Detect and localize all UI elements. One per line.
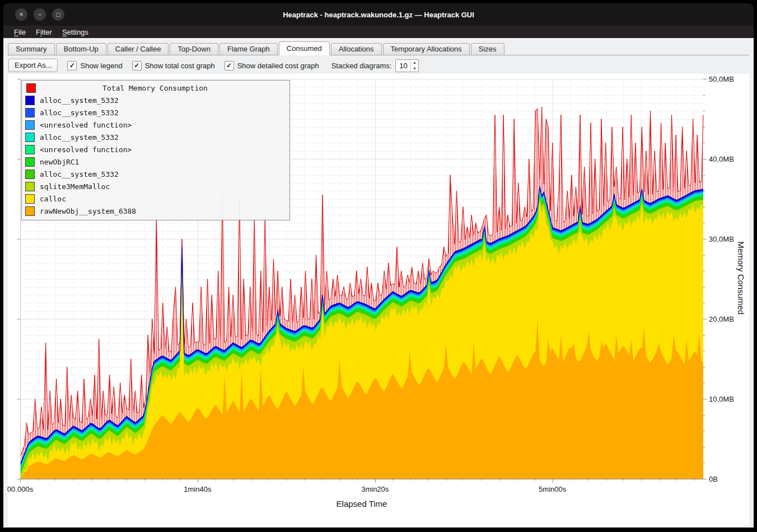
- legend-item: rawNewObj__system_6388: [24, 205, 286, 217]
- x-tick-label: 5min00s: [539, 485, 566, 493]
- y-tick-label: 20,0MB: [709, 315, 734, 323]
- legend-item-label: alloc__system_5332: [40, 96, 119, 105]
- tab-consumed[interactable]: Consumed: [279, 41, 330, 55]
- y-tick-label: 50,0MB: [709, 75, 734, 83]
- show-legend-checkbox[interactable]: ✓ Show legend: [67, 61, 122, 70]
- legend-item-label: <unresolved function>: [40, 121, 132, 129]
- legend-item-label: sqlite3MemMalloc: [40, 182, 110, 191]
- legend-swatch: [25, 120, 35, 130]
- legend-item-label: rawNewObj__system_6388: [40, 207, 136, 215]
- legend-item-label: alloc__system_5332: [40, 170, 119, 178]
- legend-swatch: [25, 194, 35, 204]
- stacked-diagrams-value[interactable]: 10: [396, 62, 410, 70]
- legend-item: <unresolved function>: [24, 119, 286, 131]
- show-total-cost-label: Show total cost graph: [145, 62, 215, 70]
- x-tick-label: 00.000s: [7, 485, 33, 493]
- chart-area: Total Memory Consumption alloc__system_5…: [8, 74, 749, 526]
- legend-title: Total Memory Consumption: [24, 84, 286, 92]
- menu-settings[interactable]: Settings: [57, 27, 94, 37]
- window-controls: × − □: [9, 3, 64, 26]
- legend-swatch: [25, 206, 35, 216]
- legend-item: alloc__system_5332: [24, 131, 286, 143]
- chart-toolbar: Export As... ✓ Show legend ✓ Show total …: [8, 58, 749, 73]
- legend-item: calloc: [24, 192, 286, 205]
- legend-item: alloc__system_5332: [24, 168, 286, 180]
- tab-temporary-allocations[interactable]: Temporary Allocations: [383, 43, 470, 55]
- x-tick-label: 3min20s: [361, 485, 389, 493]
- heaptrack-window: × − □ Heaptrack - heaptrack.wakunode.1.g…: [0, 0, 757, 532]
- legend-swatch: [25, 145, 35, 154]
- y-tick-label: 0B: [709, 475, 718, 483]
- y-tick-label: 30,0MB: [709, 235, 734, 243]
- export-as-button[interactable]: Export As...: [8, 59, 58, 72]
- menu-file[interactable]: File: [9, 27, 31, 37]
- show-detailed-cost-checkbox[interactable]: ✓ Show detailed cost graph: [225, 61, 319, 70]
- legend-swatch: [25, 108, 35, 117]
- legend-header: Total Memory Consumption: [24, 82, 286, 94]
- checkbox-check-icon[interactable]: ✓: [225, 61, 234, 70]
- legend-item-label: <unresolved function>: [40, 145, 132, 154]
- menu-filter[interactable]: Filter: [31, 27, 57, 37]
- legend-swatch: [25, 96, 35, 105]
- main-content: Summary Bottom-Up Caller / Callee Top-Do…: [3, 38, 754, 528]
- tab-top-down[interactable]: Top-Down: [170, 43, 218, 55]
- legend-item: alloc__system_5332: [24, 106, 286, 119]
- tab-bottom-up[interactable]: Bottom-Up: [56, 43, 106, 55]
- tab-allocations[interactable]: Allocations: [331, 43, 382, 55]
- checkbox-check-icon[interactable]: ✓: [132, 61, 142, 70]
- legend-swatch: [25, 170, 35, 179]
- legend-item: alloc__system_5332: [24, 94, 286, 106]
- y-axis-title: Memory Consumed: [736, 242, 746, 315]
- show-legend-label: Show legend: [80, 62, 122, 70]
- stepper-down-icon[interactable]: ▼: [410, 65, 418, 72]
- legend-item: newObjRC1: [24, 156, 286, 168]
- titlebar: × − □ Heaptrack - heaptrack.wakunode.1.g…: [3, 3, 754, 26]
- tab-caller-callee[interactable]: Caller / Callee: [108, 43, 169, 55]
- stepper-buttons: ▲ ▼: [410, 60, 418, 72]
- checkbox-check-icon[interactable]: ✓: [67, 61, 77, 70]
- menubar: File Filter Settings: [3, 26, 754, 38]
- show-detailed-cost-label: Show detailed cost graph: [237, 62, 319, 70]
- tab-flame-graph[interactable]: Flame Graph: [219, 43, 278, 55]
- legend-swatch: [25, 133, 35, 142]
- stacked-diagrams-label: Stacked diagrams:: [331, 62, 392, 70]
- tab-bar: Summary Bottom-Up Caller / Callee Top-Do…: [8, 40, 749, 55]
- y-tick-label: 40,0MB: [709, 155, 734, 163]
- x-axis-title: Elapsed Time: [20, 499, 703, 509]
- legend-item: sqlite3MemMalloc: [24, 180, 286, 192]
- show-total-cost-checkbox[interactable]: ✓ Show total cost graph: [132, 61, 215, 70]
- legend-item-label: alloc__system_5332: [40, 133, 119, 142]
- tab-sizes[interactable]: Sizes: [471, 43, 504, 55]
- window-title: Heaptrack - heaptrack.wakunode.1.gz — He…: [71, 3, 686, 26]
- tab-summary[interactable]: Summary: [8, 43, 55, 55]
- legend-swatch: [25, 157, 35, 167]
- y-tick-label: 10,0MB: [709, 395, 734, 403]
- stacked-diagrams-stepper[interactable]: 10 ▲ ▼: [395, 59, 419, 72]
- chart-legend: Total Memory Consumption alloc__system_5…: [21, 80, 290, 220]
- stepper-up-icon[interactable]: ▲: [410, 60, 418, 66]
- legend-item-label: newObjRC1: [40, 158, 79, 166]
- minimize-icon[interactable]: −: [34, 8, 46, 21]
- legend-item-label: calloc: [40, 195, 66, 203]
- maximize-icon[interactable]: □: [52, 8, 64, 21]
- legend-item: <unresolved function>: [24, 143, 286, 156]
- close-icon[interactable]: ×: [15, 8, 27, 21]
- legend-swatch-total: [26, 83, 36, 93]
- x-tick-label: 1min40s: [184, 485, 211, 493]
- legend-item-label: alloc__system_5332: [40, 109, 119, 117]
- legend-swatch: [25, 182, 35, 191]
